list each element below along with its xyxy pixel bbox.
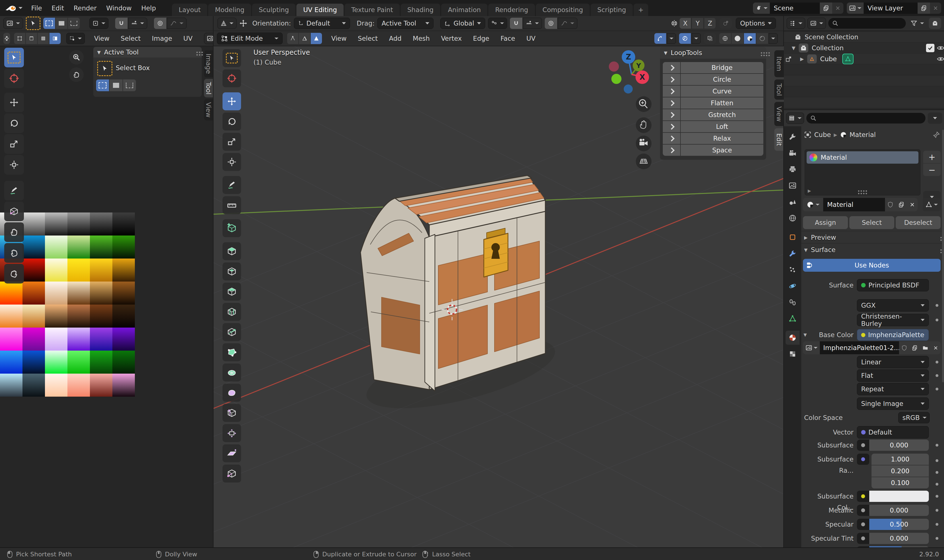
show-overlays-toggle[interactable] — [679, 33, 691, 44]
looptools-title[interactable]: LoopTools — [671, 49, 757, 57]
view-layer-new-button[interactable] — [918, 3, 930, 14]
image-name-field[interactable]: ImphenziaPalette01-2... — [820, 342, 899, 354]
material-name-field[interactable]: Material — [823, 198, 885, 211]
tab-world[interactable] — [785, 211, 800, 225]
proportional-edit-toggle[interactable] — [545, 18, 557, 29]
keyframe-dot[interactable] — [936, 495, 938, 498]
breadcrumb-object[interactable]: Cube — [814, 131, 831, 138]
vp-tool-spin[interactable] — [222, 363, 241, 382]
uv-sidebar-tab-image[interactable]: Image — [204, 50, 213, 77]
scene-icon[interactable] — [753, 3, 770, 14]
vp-tool-extrude-region[interactable] — [222, 242, 241, 260]
vp-sidebar-tab-tool[interactable]: Tool — [774, 80, 784, 100]
scene-collection-label[interactable]: Scene Collection — [805, 34, 858, 41]
outliner-row-collection[interactable]: ▼ Collection — [784, 43, 944, 53]
looptools-relax-expand[interactable] — [663, 133, 681, 144]
active-tool-panel-title[interactable]: Active Tool — [104, 49, 193, 56]
vp-menu-mesh[interactable]: Mesh — [408, 35, 435, 42]
material-slot-list[interactable]: Material ▶ — [805, 149, 921, 195]
specular-tint-slider[interactable]: 0.000 — [857, 533, 929, 544]
looptools-curve-expand[interactable] — [663, 86, 681, 97]
blender-logo[interactable] — [0, 4, 26, 12]
uv-select-vertex[interactable] — [14, 33, 25, 44]
browse-material-dropdown[interactable] — [803, 198, 823, 211]
menu-file[interactable]: File — [26, 5, 47, 12]
uv-tool-pinch[interactable] — [4, 264, 24, 283]
view-layer-remove-button[interactable] — [930, 3, 941, 14]
slot-list-resize-grip[interactable]: ▶ — [808, 188, 811, 194]
drag-dropdown[interactable]: Active Tool — [377, 18, 433, 29]
mesh-select-vertex[interactable] — [287, 33, 298, 44]
shading-solid[interactable] — [732, 33, 743, 44]
vp-tool-rotate[interactable] — [222, 112, 241, 131]
disclosure-triangle[interactable]: ▼ — [792, 45, 795, 51]
vp-menu-add[interactable]: Add — [384, 35, 407, 42]
uv-select-edge[interactable] — [26, 33, 37, 44]
looptools-flatten-button[interactable]: Flatten — [681, 97, 764, 109]
gizmo-neg-y[interactable] — [611, 74, 622, 84]
orientation-dropdown[interactable]: Default — [294, 18, 350, 29]
distribution-dropdown[interactable]: GGX — [857, 299, 929, 312]
breadcrumb-material[interactable]: Material — [850, 131, 876, 138]
shading-wireframe[interactable] — [719, 33, 731, 44]
mirror-z-toggle[interactable]: Z — [704, 18, 716, 29]
pivot-point-dropdown[interactable]: Global — [440, 18, 485, 29]
tab-object-data[interactable] — [785, 312, 800, 326]
uv-zoom-button[interactable] — [69, 50, 84, 65]
vp-menu-edge[interactable]: Edge — [468, 35, 494, 42]
looptools-bridge-button[interactable]: Bridge — [681, 62, 764, 73]
tab-modifiers[interactable] — [785, 246, 800, 260]
menu-render[interactable]: Render — [69, 5, 102, 12]
tab-render[interactable] — [785, 146, 800, 160]
properties-scrollbar[interactable] — [942, 130, 944, 382]
vp-tool-knife[interactable] — [222, 323, 241, 341]
vp-menu-view[interactable]: View — [327, 35, 352, 42]
slot-list-grip[interactable] — [858, 190, 859, 192]
keyframe-dot[interactable] — [936, 361, 938, 363]
show-gizmo-toggle[interactable] — [654, 33, 666, 44]
outliner-search-input[interactable] — [828, 18, 906, 29]
material-slot-item[interactable]: Material — [807, 151, 918, 164]
uv-tool-cursor[interactable] — [4, 69, 24, 88]
vp-sidebar-tab-edit[interactable]: Edit — [774, 128, 784, 151]
uv-menu-view[interactable]: View — [89, 35, 114, 42]
looptools-space-expand[interactable] — [663, 145, 681, 156]
scene-new-button[interactable] — [820, 3, 832, 14]
vp-tool-poly-build[interactable] — [222, 343, 241, 361]
uv-snap-target-dropdown[interactable] — [128, 18, 147, 29]
image-new-button[interactable] — [909, 342, 920, 354]
workspace-tab-scripting[interactable]: Scripting — [591, 4, 633, 16]
projection-dropdown[interactable]: Flat — [857, 369, 929, 382]
color-space-dropdown[interactable]: sRGB — [898, 412, 930, 423]
select-button[interactable]: Select — [849, 216, 894, 229]
vp-tool-scale[interactable] — [222, 133, 241, 151]
select-mode-subtract[interactable] — [123, 80, 136, 91]
uv-menu-image[interactable]: Image — [147, 35, 177, 42]
view-layer-name[interactable]: View Layer — [864, 3, 918, 14]
select-mode-new[interactable] — [96, 80, 109, 91]
tab-view-layer[interactable] — [785, 178, 800, 192]
preview-panel-header[interactable]: ▶ Preview — [804, 232, 942, 243]
snap-base-toggle[interactable] — [720, 18, 732, 29]
uv-pivot-dropdown[interactable] — [89, 18, 108, 29]
navigation-gizmo[interactable]: Z Y X — [609, 50, 649, 94]
outliner-row-cube[interactable]: ▶ Cube — [784, 54, 944, 64]
uv-proportional-edit-toggle[interactable] — [154, 18, 166, 29]
uv-snap-toggle[interactable] — [115, 18, 128, 29]
subsurface-color-swatch[interactable] — [869, 491, 929, 502]
looptools-circle-expand[interactable] — [663, 74, 681, 85]
scene-selector[interactable]: Scene — [753, 3, 844, 14]
image-open-button[interactable] — [920, 342, 930, 354]
workspace-tab-texture-paint[interactable]: Texture Paint — [344, 4, 400, 16]
looptools-relax-button[interactable]: Relax — [681, 133, 764, 144]
view-layer-icon[interactable] — [847, 3, 864, 14]
options-dropdown[interactable]: Options — [736, 18, 776, 29]
keyframe-dot[interactable] — [936, 459, 938, 462]
uv-sync-selection-toggle[interactable] — [3, 33, 10, 44]
remove-material-slot-button[interactable]: − — [923, 164, 941, 176]
looptools-bridge-expand[interactable] — [663, 62, 681, 73]
mode-dropdown[interactable]: Edit Mode — [217, 32, 283, 45]
proportional-falloff-dropdown[interactable] — [558, 18, 577, 29]
disclosure-triangle[interactable]: ▶ — [800, 56, 804, 62]
vp-menu-face[interactable]: Face — [495, 35, 520, 42]
